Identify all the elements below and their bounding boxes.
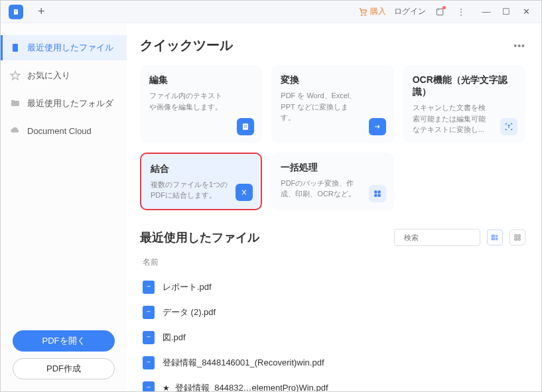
card-desc: ファイル内のテキストや画像を編集します。 bbox=[149, 90, 253, 112]
pdf-file-icon bbox=[143, 306, 155, 319]
svg-rect-25 bbox=[147, 387, 151, 387]
svg-rect-15 bbox=[492, 235, 495, 237]
menu-icon[interactable]: ⋮ bbox=[454, 7, 468, 17]
svg-marker-6 bbox=[11, 71, 19, 80]
file-name: 登録情報_844832…elementPro)Win.pdf bbox=[175, 382, 328, 392]
edit-icon bbox=[237, 118, 254, 135]
card-title: 結合 bbox=[151, 163, 251, 175]
file-icon bbox=[10, 42, 21, 53]
card-edit[interactable]: 編集 ファイル内のテキストや画像を編集します。 bbox=[140, 65, 262, 143]
window-close-button[interactable]: ✕ bbox=[516, 5, 536, 19]
new-tab-button[interactable]: + bbox=[29, 5, 54, 19]
card-title: 一括処理 bbox=[281, 162, 384, 174]
notification-icon[interactable] bbox=[434, 6, 446, 18]
svg-rect-11 bbox=[377, 190, 380, 193]
file-row[interactable]: データ (2).pdf bbox=[140, 300, 525, 325]
titlebar: + 購入 ログイン ⋮ — ☐ ✕ bbox=[1, 1, 541, 23]
more-tools-icon[interactable]: ••• bbox=[513, 40, 525, 51]
svg-rect-4 bbox=[437, 9, 442, 15]
svg-rect-20 bbox=[518, 238, 520, 240]
file-row[interactable]: レポート.pdf bbox=[140, 275, 525, 300]
card-title: 編集 bbox=[149, 74, 253, 86]
svg-rect-10 bbox=[374, 190, 377, 193]
ocr-icon bbox=[500, 118, 517, 135]
search-field[interactable] bbox=[404, 233, 496, 241]
file-row[interactable]: 登録情報_8448146001_(Recoverit)win.pdf bbox=[140, 350, 525, 375]
svg-rect-24 bbox=[147, 361, 151, 362]
sidebar-item-recent-folders[interactable]: 最近使用したフォルダ bbox=[1, 91, 127, 116]
svg-rect-16 bbox=[492, 238, 495, 240]
svg-rect-0 bbox=[14, 9, 18, 15]
file-name: データ (2).pdf bbox=[163, 306, 216, 318]
app-logo-icon[interactable] bbox=[9, 5, 23, 19]
sidebar: 最近使用したファイル お気に入り 最近使用したフォルダ Document Clo… bbox=[1, 23, 127, 391]
name-column-header: 名前 bbox=[140, 253, 525, 275]
svg-rect-19 bbox=[515, 238, 517, 240]
create-pdf-button[interactable]: PDF作成 bbox=[13, 358, 115, 379]
sidebar-item-label: お気に入り bbox=[27, 70, 70, 82]
svg-rect-17 bbox=[515, 235, 517, 237]
quicktools-grid: 編集 ファイル内のテキストや画像を編集します。 変換 PDF を Word、Ex… bbox=[140, 65, 525, 210]
window-minimize-button[interactable]: — bbox=[476, 5, 496, 19]
svg-point-3 bbox=[365, 15, 366, 15]
sidebar-item-label: 最近使用したファイル bbox=[27, 42, 113, 54]
buy-button[interactable]: 購入 bbox=[358, 6, 386, 17]
sidebar-item-document-cloud[interactable]: Document Cloud bbox=[1, 119, 127, 143]
folder-icon bbox=[10, 98, 21, 109]
convert-icon bbox=[369, 118, 386, 135]
svg-rect-5 bbox=[13, 44, 18, 52]
svg-rect-18 bbox=[518, 235, 520, 237]
search-input[interactable] bbox=[394, 229, 480, 246]
star-icon bbox=[10, 70, 21, 81]
batch-icon bbox=[369, 185, 386, 202]
sidebar-item-favorites[interactable]: お気に入り bbox=[1, 63, 127, 88]
file-row[interactable]: 図.pdf bbox=[140, 325, 525, 350]
pdf-file-icon bbox=[143, 356, 155, 369]
svg-rect-1 bbox=[15, 11, 17, 11]
card-convert[interactable]: 変換 PDF を Word、Excel、PPT などに変換します。 bbox=[271, 65, 393, 143]
pdf-file-icon bbox=[143, 381, 155, 392]
sidebar-item-label: 最近使用したフォルダ bbox=[27, 98, 113, 109]
svg-rect-9 bbox=[244, 127, 247, 127]
svg-rect-23 bbox=[147, 336, 151, 337]
svg-rect-22 bbox=[147, 311, 151, 312]
pdf-file-icon bbox=[143, 331, 155, 344]
pdf-file-icon bbox=[143, 281, 155, 294]
file-name: 登録情報_8448146001_(Recoverit)win.pdf bbox=[163, 357, 324, 369]
svg-rect-8 bbox=[244, 125, 247, 125]
view-grid-button[interactable] bbox=[509, 229, 525, 245]
star-icon: ★ bbox=[163, 383, 170, 392]
view-list-button[interactable] bbox=[487, 229, 503, 245]
file-list: レポート.pdf データ (2).pdf 図.pdf 登録情報_84481460… bbox=[140, 275, 525, 392]
merge-icon bbox=[236, 184, 253, 201]
svg-rect-21 bbox=[147, 286, 151, 287]
recent-title: 最近使用したファイル bbox=[140, 229, 259, 245]
svg-rect-13 bbox=[377, 194, 380, 196]
card-title: 変換 bbox=[281, 74, 384, 86]
file-name: 図.pdf bbox=[163, 332, 186, 344]
svg-rect-12 bbox=[374, 194, 377, 196]
cloud-icon bbox=[10, 125, 21, 136]
svg-point-2 bbox=[362, 15, 362, 15]
buy-label: 購入 bbox=[370, 6, 386, 17]
sidebar-item-recent-files[interactable]: 最近使用したファイル bbox=[1, 35, 127, 60]
card-title: OCR機能（光学文字認識） bbox=[413, 74, 516, 98]
file-row[interactable]: ★ 登録情報_844832…elementPro)Win.pdf bbox=[140, 375, 525, 392]
file-name: レポート.pdf bbox=[163, 281, 212, 293]
open-pdf-button[interactable]: PDFを開く bbox=[13, 330, 115, 352]
card-batch[interactable]: 一括処理 PDFのバッチ変換、作成、印刷、OCRなど。 bbox=[271, 153, 393, 210]
card-ocr[interactable]: OCR機能（光学文字認識） スキャンした文書を検索可能または編集可能なテキストに… bbox=[403, 65, 525, 143]
main-content: クイックツール ••• 編集 ファイル内のテキストや画像を編集します。 変換 P… bbox=[127, 23, 541, 391]
login-button[interactable]: ログイン bbox=[394, 6, 426, 17]
sidebar-item-label: Document Cloud bbox=[27, 126, 92, 136]
card-desc: PDF を Word、Excel、PPT などに変換します。 bbox=[281, 90, 384, 123]
window-maximize-button[interactable]: ☐ bbox=[496, 5, 516, 19]
card-merge[interactable]: 結合 複数のファイルを1つのPDFに結合します。 bbox=[140, 153, 262, 210]
quicktools-title: クイックツール bbox=[140, 36, 233, 54]
